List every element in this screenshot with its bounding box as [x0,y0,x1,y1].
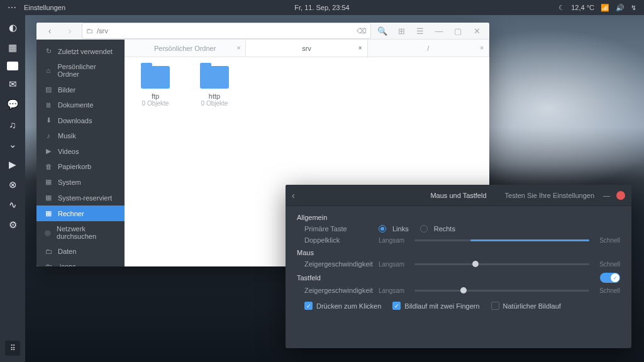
tab[interactable]: /× [368,40,489,57]
radio-left-label: Links [392,225,409,233]
section-heading-general: Allgemein [297,214,620,221]
sidebar-item-label: Rechner [58,210,84,217]
scale-slow: Langsam [379,237,404,244]
sidebar-item[interactable]: ▨Bilder [36,82,125,97]
close-button[interactable] [616,191,625,200]
dock-item[interactable]: ⌄ [6,138,19,151]
label-pointer-speed: Zeigergeschwindigkeit [304,260,379,268]
test-settings-button[interactable]: Testen Sie Ihre Einstellungen [505,192,594,199]
tab-close-icon[interactable]: × [358,45,362,52]
sidebar-item[interactable]: ↻Zuletzt verwendet [36,43,125,59]
path-entry[interactable]: 🗀 /srv ⌫ [82,23,371,39]
close-button[interactable]: ✕ [469,23,484,38]
folder-icon [141,66,170,89]
sidebar-item[interactable]: 🗑Papierkorb [36,159,125,174]
sidebar-icon: 🗎 [44,101,53,109]
sidebar-item[interactable]: ▦System [36,174,125,190]
scale-slow: Langsam [379,287,404,294]
sidebar-item[interactable]: 🗎Dokumente [36,97,125,112]
apps-grid-button[interactable]: ⠿ [5,341,20,356]
sidebar-item[interactable]: ▦Rechner [36,206,125,221]
tab-close-icon[interactable]: × [480,45,484,52]
dock-item-settings[interactable]: ⚙ [6,219,19,231]
sidebar-item[interactable]: 🗀Daten [36,244,125,259]
sidebar-icon: ↻ [44,47,53,55]
back-button[interactable]: ‹ [42,23,58,39]
dock-item[interactable]: ⊗ [6,178,19,191]
scale-fast: Schnell [599,237,620,244]
sidebar-item-label: Netzwerk durchsuchen [57,225,117,240]
touch-speed-slider[interactable] [414,290,589,292]
scale-slow: Langsam [379,261,404,268]
activities-icon[interactable] [8,3,16,13]
wifi-icon[interactable]: 📶 [601,4,609,12]
tab[interactable]: srv× [246,40,367,57]
view-grid-icon[interactable]: ⊞ [394,23,409,38]
sidebar-icon: 🗑 [44,163,53,170]
file-name: http [192,92,236,100]
checkbox-two-finger-scroll[interactable]: ✓Bildlauf mit zwei Fingern [392,302,479,310]
tab[interactable]: Persönlicher Ordner× [125,40,246,57]
forward-button[interactable]: › [62,23,78,39]
sidebar-item[interactable]: ♪Musik [36,128,125,143]
label-primary-button: Primäre Taste [304,225,379,233]
sidebar-icon: ▦ [44,178,53,186]
minimize-button[interactable]: — [431,23,447,38]
scale-fast: Schnell [599,261,620,268]
night-icon[interactable]: ☾ [558,4,565,12]
minimize-button[interactable]: — [603,192,610,199]
clock[interactable]: Fr, 11. Sep, 23:54 [294,4,349,11]
dock-item[interactable]: ✉ [6,78,19,90]
dock-item[interactable]: ▦ [6,41,19,54]
sidebar-item[interactable]: 🗀.icons [36,259,125,266]
maximize-button[interactable]: ▢ [450,23,465,38]
dock-item[interactable]: ◐ [6,21,19,34]
sidebar-icon: 🗀 [44,263,53,266]
sidebar-item[interactable]: ▶Videos [36,143,125,159]
fm-tabbar: Persönlicher Ordner×srv×/× [125,40,489,57]
radio-right[interactable] [420,225,428,233]
radio-left[interactable] [379,225,386,233]
sidebar-item[interactable]: ⌂Persönlicher Ordner [36,59,125,82]
sidebar-item-label: Downloads [58,117,92,124]
view-list-icon[interactable]: ☰ [413,23,428,38]
dock-item[interactable]: 💬 [6,98,19,111]
sidebar-item-label: Musik [58,132,76,140]
sidebar-item-label: Persönlicher Ordner [57,63,117,78]
sidebar-item-label: System [58,178,81,186]
folder-item[interactable]: ftp0 Objekte [133,66,177,107]
settings-title: Maus und Tastfeld [430,192,486,199]
dock-item[interactable]: ▶ [6,158,19,171]
sidebar-item[interactable]: ▦System-reserviert [36,190,125,206]
touchpad-toggle[interactable] [600,273,620,283]
dock-item[interactable]: ♫ [6,118,19,131]
sidebar-item[interactable]: ◎Netzwerk durchsuchen [36,221,125,244]
dock-item[interactable]: ∿ [6,199,19,211]
file-name: ftp [133,92,177,100]
mouse-speed-slider[interactable] [414,263,589,265]
folder-item[interactable]: http0 Objekte [192,66,236,107]
tab-close-icon[interactable]: × [236,45,240,52]
folder-icon: 🗀 [86,27,93,35]
sidebar-icon: ◎ [44,229,52,237]
sidebar-item-label: Bilder [58,86,75,94]
search-icon[interactable]: 🔍 [375,23,390,38]
dock-item-files[interactable] [7,62,18,70]
clear-icon[interactable]: ⌫ [357,27,367,35]
fm-headerbar: ‹ › 🗀 /srv ⌫ 🔍 ⊞ ☰ — ▢ ✕ [36,23,489,40]
file-meta: 0 Objekte [133,100,177,107]
path-text: /srv [97,27,108,35]
back-icon[interactable]: ‹ [292,190,295,200]
sidebar-icon: ♪ [44,132,53,140]
weather-temp[interactable]: 12,4 °C [571,4,594,11]
fm-sidebar: ↻Zuletzt verwendet⌂Persönlicher Ordner▨B… [36,40,125,266]
checkbox-natural-scroll[interactable]: Natürlicher Bildlauf [491,302,561,310]
checkbox-tap-to-click[interactable]: ✓Drücken zum Klicken [304,302,381,310]
sidebar-item[interactable]: ⬇Downloads [36,112,125,128]
tab-label: srv [302,45,311,52]
radio-right-label: Rechts [434,225,455,233]
battery-icon[interactable]: ↯ [631,4,636,12]
doubleclick-slider[interactable] [414,239,589,241]
app-menu-label[interactable]: Einstellungen [24,4,65,11]
volume-icon[interactable]: 🔊 [616,4,625,12]
